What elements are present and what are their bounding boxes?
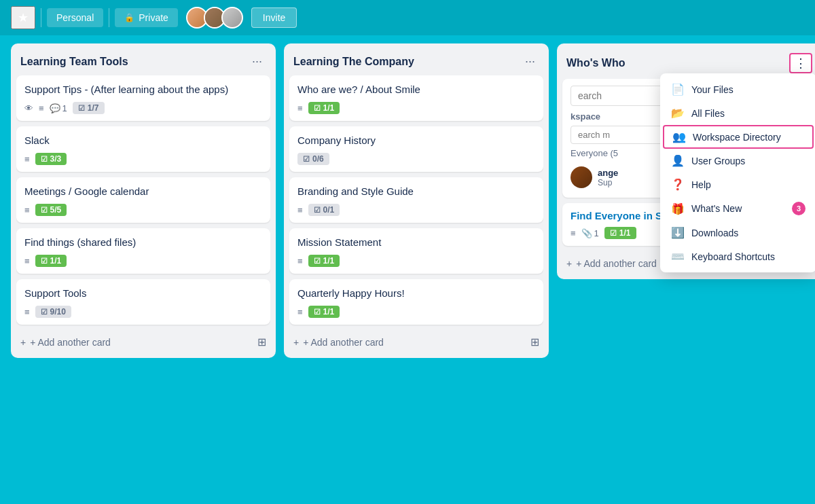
badge-mission: ☑ 1/1: [308, 255, 340, 267]
add-card-btn-2[interactable]: + + Add another card: [293, 337, 384, 348]
dropdown-user-groups[interactable]: 👤 User Groups: [660, 149, 815, 173]
card-company-history[interactable]: Company History ☑ 0/6: [289, 126, 543, 172]
list-menu-button-3[interactable]: ⋮: [789, 53, 812, 73]
card-meta-meetings: ≡ ☑ 5/5: [24, 204, 262, 216]
list-menu-button-2[interactable]: ···: [521, 53, 539, 70]
card-title-support-tips: Support Tips - (After learning about the…: [24, 82, 262, 96]
card-meta-who-are-we: ≡ ☑ 1/1: [297, 102, 535, 114]
workspace-directory-label: Workspace Directory: [693, 132, 781, 143]
lines-icon-10: ≡: [570, 228, 576, 238]
dropdown-downloads[interactable]: ⬇️ Downloads: [660, 221, 815, 245]
user-groups-icon: 👤: [671, 154, 685, 167]
card-title-quarterly: Quarterly Happy Hours!: [297, 286, 535, 300]
list-header-1: Learning Team Tools ···: [16, 50, 270, 75]
list-learning-the-company: Learning The Company ··· Who are we? / A…: [284, 43, 549, 358]
eye-icon: 👁: [24, 103, 33, 113]
card-meetings[interactable]: Meetings / Google calendar ≡ ☑ 5/5: [16, 177, 270, 223]
lines-icon-5: ≡: [24, 307, 30, 317]
dropdown-workspace-directory[interactable]: 👥 Workspace Directory: [663, 125, 814, 149]
card-who-are-we[interactable]: Who are we? / About Smile ≡ ☑ 1/1: [289, 75, 543, 121]
downloads-label: Downloads: [691, 228, 738, 238]
lines-icon-4: ≡: [24, 256, 30, 266]
add-card-footer-2[interactable]: + + Add another card ⊞: [289, 333, 543, 351]
comment-icon: 💬 1: [50, 103, 67, 113]
card-mission[interactable]: Mission Statement ≡ ☑ 1/1: [289, 228, 543, 274]
card-find-things[interactable]: Find things (shared files) ≡ ☑ 1/1: [16, 228, 270, 274]
lines-icon-7: ≡: [297, 205, 303, 215]
lines-icon-2: ≡: [24, 154, 30, 164]
list-header-2: Learning The Company ···: [289, 50, 543, 75]
add-card-btn-3[interactable]: + + Add another card: [566, 258, 657, 269]
badge-branding: ☑ 0/1: [308, 204, 340, 216]
whats-new-badge: 3: [792, 202, 805, 215]
card-title-who-are-we: Who are we? / About Smile: [297, 82, 535, 96]
keyboard-shortcuts-icon: ⌨️: [671, 250, 685, 263]
member-avatar: [570, 166, 592, 188]
avatar-3[interactable]: [221, 7, 243, 29]
card-title-find-things: Find things (shared files): [24, 235, 262, 249]
template-icon-1[interactable]: ⊞: [257, 336, 266, 348]
dropdown-your-files[interactable]: 📄 Your Files: [660, 77, 815, 101]
add-card-footer-1[interactable]: + + Add another card ⊞: [16, 333, 270, 351]
help-label: Help: [691, 179, 711, 190]
help-icon: ❓: [671, 178, 685, 191]
add-card-btn-1[interactable]: + + Add another card: [20, 337, 111, 348]
private-button[interactable]: 🔒 Private: [115, 8, 178, 27]
plus-icon-3: +: [566, 258, 572, 269]
badge-support-tools: ☑ 9/10: [35, 306, 71, 318]
list-1-cards: Support Tips - (After learning about the…: [16, 75, 270, 330]
badge-support-tips: ☑ 1/7: [73, 102, 105, 114]
card-support-tools[interactable]: Support Tools ≡ ☑ 9/10: [16, 279, 270, 325]
card-meta-company-history: ☑ 0/6: [297, 153, 535, 165]
board: Learning Team Tools ··· Support Tips - (…: [0, 35, 815, 504]
member-name: ange: [598, 168, 618, 178]
card-branding[interactable]: Branding and Style Guide ≡ ☑ 0/1: [289, 177, 543, 223]
plus-icon-2: +: [293, 337, 299, 348]
card-title-company-history: Company History: [297, 133, 535, 147]
card-support-tips[interactable]: Support Tips - (After learning about the…: [16, 75, 270, 121]
lines-icon-3: ≡: [24, 205, 30, 215]
lines-icon-8: ≡: [297, 256, 303, 266]
all-files-icon: 📂: [671, 107, 685, 120]
badge-company-history: ☑ 0/6: [297, 153, 329, 165]
card-meta-find-things: ≡ ☑ 1/1: [24, 255, 262, 267]
your-files-label: Your Files: [691, 84, 734, 95]
template-icon-2[interactable]: ⊞: [530, 336, 539, 348]
card-meta-branding: ≡ ☑ 0/1: [297, 204, 535, 216]
star-button[interactable]: ★: [11, 6, 35, 29]
list-menu-button-1[interactable]: ···: [248, 53, 266, 70]
dropdown-help[interactable]: ❓ Help: [660, 173, 815, 196]
dropdown-whats-new[interactable]: 🎁 What's New 3: [660, 196, 815, 221]
list-title-1: Learning Team Tools: [20, 56, 128, 68]
lock-icon: 🔒: [124, 13, 134, 22]
badge-slack: ☑ 3/3: [35, 153, 67, 165]
header-divider-2: [109, 8, 109, 27]
workspace-directory-icon: 👥: [672, 130, 686, 143]
dropdown-all-files[interactable]: 📂 All Files: [660, 101, 815, 125]
header-divider: [41, 8, 41, 27]
dropdown-keyboard-shortcuts[interactable]: ⌨️ Keyboard Shortcuts: [660, 245, 815, 268]
dropdown-menu: 📄 Your Files 📂 All Files 👥 Workspace Dir…: [660, 73, 815, 272]
card-title-mission: Mission Statement: [297, 235, 535, 249]
list-title-3: Who's Who: [566, 57, 625, 69]
board-header: ★ Personal 🔒 Private Invite: [0, 0, 815, 35]
list-2-cards: Who are we? / About Smile ≡ ☑ 1/1 Compan…: [289, 75, 543, 330]
list-learning-team-tools: Learning Team Tools ··· Support Tips - (…: [11, 43, 276, 358]
badge-find-everyone: ☑ 1/1: [604, 227, 636, 239]
member-info: ange Sup: [598, 168, 618, 187]
card-slack[interactable]: Slack ≡ ☑ 3/3: [16, 126, 270, 172]
list-title-2: Learning The Company: [293, 56, 414, 68]
plus-icon-1: +: [20, 337, 26, 348]
card-meta-support-tips: 👁 ≡ 💬 1 ☑ 1/7: [24, 102, 262, 114]
invite-button[interactable]: Invite: [251, 7, 297, 28]
your-files-icon: 📄: [671, 83, 685, 96]
downloads-icon: ⬇️: [671, 226, 685, 239]
card-quarterly[interactable]: Quarterly Happy Hours! ≡ ☑ 1/1: [289, 279, 543, 325]
card-title-meetings: Meetings / Google calendar: [24, 184, 262, 198]
avatar-group: [186, 7, 243, 29]
card-meta-slack: ≡ ☑ 3/3: [24, 153, 262, 165]
all-files-label: All Files: [691, 108, 725, 119]
private-label: Private: [139, 12, 168, 23]
personal-button[interactable]: Personal: [47, 8, 103, 27]
member-role: Sup: [598, 178, 618, 187]
